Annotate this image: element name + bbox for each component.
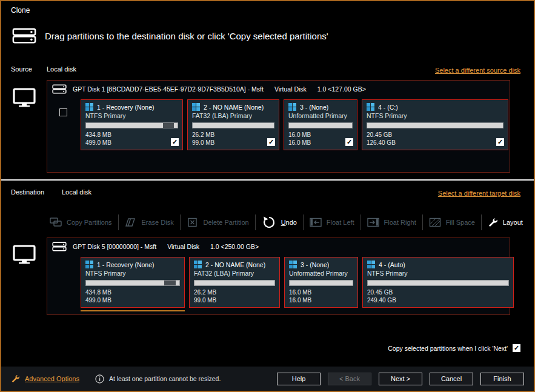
partition-filesystem: NTFS Primary <box>85 112 178 119</box>
float-right-icon <box>367 218 379 227</box>
partition-total-size: 99.0 MB <box>194 296 275 304</box>
partition-usage-bar <box>367 280 509 286</box>
partition-4-c[interactable]: 4 - (C:)NTFS Primary20.45 GB126.40 GB✓ <box>362 99 508 150</box>
partition-header: 3 - (None) <box>289 261 353 268</box>
partition-bar-free-segment <box>164 281 175 285</box>
toolbar-separator <box>481 214 482 230</box>
toolbar-separator <box>255 214 256 230</box>
windows-logo-icon <box>192 103 200 111</box>
partition-sizes: 434.8 MB499.0 MB <box>85 288 180 304</box>
partition-total-size: 16.0 MB <box>289 296 353 304</box>
source-disk-title: GPT Disk 1 [8BCDADD7-EBE5-45EF-97D2-9D7F… <box>73 85 264 93</box>
partition-sizes: 434.8 MB499.0 MB <box>85 131 178 147</box>
window-title: Clone <box>11 6 30 15</box>
toolbar-button-label: Float Right <box>384 219 416 226</box>
footer-button-finish[interactable]: Finish <box>480 373 524 385</box>
footer-button-next[interactable]: Next > <box>379 373 422 385</box>
partition-1-recovery-none[interactable]: 1 - Recovery (None)NTFS Primary434.8 MB4… <box>81 257 185 308</box>
advanced-options-label: Advanced Options <box>25 375 79 382</box>
partition-usage-bar <box>289 280 353 286</box>
info-icon <box>95 374 104 384</box>
toolbar-button-copy-partitions: Copy Partitions <box>50 218 112 227</box>
windows-logo-icon <box>288 103 296 111</box>
partition-total-size: 499.0 MB <box>85 296 180 304</box>
partition-header: 1 - Recovery (None) <box>85 103 178 111</box>
toolbar-button-undo[interactable]: Undo <box>262 216 297 229</box>
drive-clone-icon <box>12 27 36 45</box>
partition-usage-bar <box>194 280 275 286</box>
windows-logo-icon <box>85 103 93 111</box>
toolbar: Copy PartitionsErase DiskDelete Partitio… <box>50 210 523 235</box>
footer-notice-text: At least one partition cannot be resized… <box>109 375 221 382</box>
partition-sizes: 16.0 MB16.0 MB <box>288 131 353 147</box>
partition-total-size: 499.0 MB <box>85 139 178 147</box>
footer-button-back: < Back <box>328 373 371 385</box>
toolbar-button-label: Copy Partitions <box>67 219 112 226</box>
copy-on-next-checkbox[interactable]: ✓ <box>513 344 520 352</box>
footer-buttons: Help< BackNext >CancelFinish <box>277 373 524 385</box>
toolbar-button-label: Delete Partition <box>204 219 249 226</box>
partition-3-none[interactable]: 3 - (None)Unformatted Primary16.0 MB16.0… <box>284 257 358 308</box>
destination-disk-header: GPT Disk 5 [00000000] - Msft Virtual Dis… <box>47 238 510 255</box>
toolbar-button-erase-disk: Erase Disk <box>124 218 173 227</box>
partition-total-size: 126.40 GB <box>367 139 503 147</box>
partition-name: 3 - (None) <box>301 261 329 268</box>
select-target-disk-link[interactable]: Select a different target disk <box>438 190 520 197</box>
source-disk-checkbox[interactable] <box>59 108 67 116</box>
partition-checkbox[interactable]: ✓ <box>267 138 275 146</box>
destination-disk-size: 1.0 <250.00 GB> <box>210 243 259 250</box>
partition-header: 2 - NO NAME (None) <box>194 261 275 268</box>
partition-checkbox[interactable]: ✓ <box>171 138 179 146</box>
partition-sizes: 26.2 MB99.0 MB <box>194 288 275 304</box>
copy-on-next-label: Copy selected partitions when I click 'N… <box>388 345 508 352</box>
partition-usage-bar <box>85 122 178 128</box>
toolbar-button-fill-space: Fill Space <box>429 218 475 227</box>
windows-logo-icon <box>367 103 374 111</box>
copy-partitions-icon <box>50 218 62 227</box>
partition-filesystem: FAT32 (LBA) Primary <box>194 270 275 277</box>
footer-button-cancel[interactable]: Cancel <box>430 373 473 385</box>
destination-partitions: 1 - Recovery (None)NTFS Primary434.8 MB4… <box>47 255 510 308</box>
destination-disk-panel: GPT Disk 5 [00000000] - Msft Virtual Dis… <box>47 238 510 315</box>
partition-usage-bar <box>367 122 503 128</box>
select-source-disk-link[interactable]: Select a different source disk <box>435 67 520 74</box>
partition-checkbox[interactable]: ✓ <box>345 138 353 146</box>
toolbar-separator <box>361 214 361 230</box>
partition-header: 2 - NO NAME (None) <box>192 103 274 111</box>
partition-total-size: 16.0 MB <box>288 139 353 147</box>
partition-used-size: 20.45 GB <box>367 131 503 139</box>
partition-usage-bar <box>85 280 180 286</box>
clone-window: Clone Drag partitions to the destination… <box>0 0 535 392</box>
erase-disk-icon <box>124 218 136 227</box>
source-partitions: 1 - Recovery (None)NTFS Primary434.8 MB4… <box>47 98 510 150</box>
toolbar-separator <box>180 214 181 230</box>
partition-1-recovery-none[interactable]: 1 - Recovery (None)NTFS Primary434.8 MB4… <box>81 99 183 150</box>
toolbar-button-label: Layout <box>503 219 523 226</box>
float-left-icon <box>310 218 322 227</box>
partition-2-no-name-none[interactable]: 2 - NO NAME (None)FAT32 (LBA) Primary26.… <box>187 99 279 150</box>
partition-sizes: 16.0 MB16.0 MB <box>289 288 353 304</box>
partition-2-no-name-none[interactable]: 2 - NO NAME (None)FAT32 (LBA) Primary26.… <box>189 257 280 308</box>
partition-checkbox[interactable]: ✓ <box>496 138 504 146</box>
toolbar-button-delete-partition: Delete Partition <box>187 218 249 227</box>
destination-disk-kind-label: Local disk <box>62 188 91 196</box>
toolbar-button-layout[interactable]: Layout <box>488 218 523 228</box>
footer-notice: At least one partition cannot be resized… <box>95 374 221 384</box>
windows-logo-icon <box>85 261 93 268</box>
partition-name: 2 - NO NAME (None) <box>205 261 265 268</box>
footer-button-help[interactable]: Help <box>277 373 321 385</box>
partition-3-none[interactable]: 3 - (None)Unformatted Primary16.0 MB16.0… <box>284 99 357 150</box>
partition-sizes: 26.2 MB99.0 MB <box>192 131 274 147</box>
partition-name: 1 - Recovery (None) <box>97 261 155 268</box>
partition-used-size: 434.8 MB <box>85 288 180 296</box>
partition-4-auto[interactable]: 4 - (Auto)NTFS Primary20.45 GB249.40 GB <box>362 257 514 308</box>
toolbar-button-label: Float Left <box>327 219 354 226</box>
partition-header: 1 - Recovery (None) <box>85 261 180 268</box>
advanced-options-link[interactable]: Advanced Options <box>11 374 79 384</box>
partition-name: 1 - Recovery (None) <box>97 104 155 111</box>
source-disk-panel: GPT Disk 1 [8BCDADD7-EBE5-45EF-97D2-9D7F… <box>47 80 510 173</box>
toolbar-button-label: Undo <box>281 219 297 226</box>
partition-used-size: 20.45 GB <box>367 288 509 296</box>
windows-logo-icon <box>289 261 297 268</box>
source-section-label: Source <box>11 65 32 73</box>
